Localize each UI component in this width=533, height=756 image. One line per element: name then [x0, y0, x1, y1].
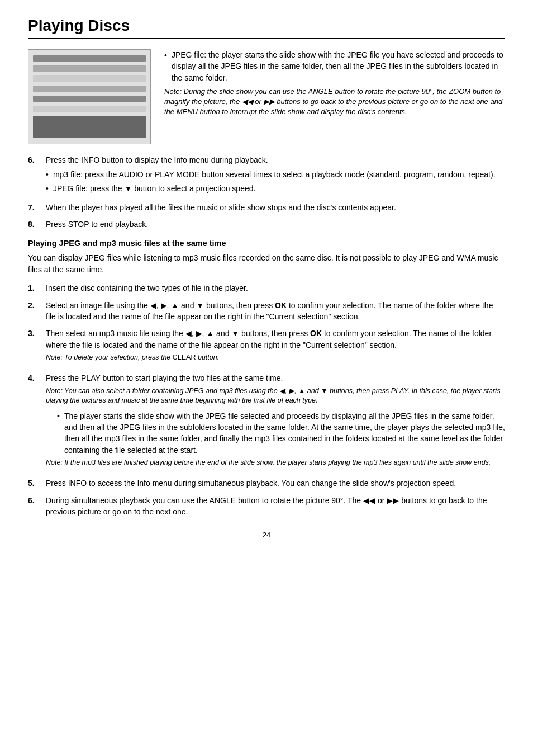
step-3: 3. Then select an mp3 music file using t…: [28, 328, 505, 367]
step-7-text: When the player has played all the files…: [46, 203, 396, 212]
section-heading: Playing JPEG and mp3 music files at the …: [28, 239, 505, 248]
step-6-sub-2: JPEG file: press the ▼ button to select …: [46, 183, 505, 194]
step-4-text: Press the PLAY button to start playing t…: [46, 374, 283, 382]
img-row-4: [33, 86, 146, 92]
next-icon: ▶▶: [264, 97, 275, 106]
step-6: 6. Press the INFO button to display the …: [28, 154, 505, 196]
page-number: 24: [28, 531, 505, 539]
step-2: 2. Select an image file using the ◀, ▶, …: [28, 300, 505, 323]
step-6b: 6. During simultaneous playback you can …: [28, 495, 505, 518]
step-6b-num: 6.: [28, 495, 40, 518]
step-5-text: Press INFO to access the Info menu durin…: [46, 479, 456, 488]
step-1-content: Insert the disc containing the two types…: [46, 282, 505, 294]
step-8: 8. Press STOP to end playback.: [28, 219, 505, 230]
note1-mid: or: [253, 97, 264, 106]
img-row-3: [33, 75, 146, 82]
steps-1-6-section: 1. Insert the disc containing the two ty…: [28, 282, 505, 517]
img-row-1: [33, 55, 146, 62]
illustration-image: [28, 49, 151, 144]
img-row-6: [33, 106, 146, 112]
step-8-num: 8.: [28, 219, 40, 230]
step-1-text: Insert the disc containing the two types…: [46, 284, 248, 292]
step-4-sub-1: The player starts the slide show with th…: [57, 410, 505, 456]
page-title: Playing Discs: [28, 17, 505, 39]
step-1-num: 1.: [28, 282, 40, 294]
step-6-text: Press the INFO button to display the Inf…: [46, 155, 268, 164]
top-bullet-list: JPEG file: the player starts the slide s…: [164, 49, 505, 83]
step-6-sub-1: mp3 file: press the AUDIO or PLAY MODE b…: [46, 169, 505, 180]
step-6-num: 6.: [28, 154, 40, 196]
step-6-content: Press the INFO button to display the Inf…: [46, 154, 505, 196]
jpeg-bullet-text: JPEG file: the player starts the slide s…: [172, 49, 505, 83]
jpeg-bullet-item: JPEG file: the player starts the slide s…: [164, 49, 505, 83]
step-2-content: Select an image file using the ◀, ▶, ▲ a…: [46, 300, 505, 323]
step-3-text: Then select an mp3 music file using the …: [46, 329, 492, 349]
step-6b-text: During simultaneous playback you can use…: [46, 496, 487, 516]
step-5-content: Press INFO to access the Info menu durin…: [46, 478, 505, 489]
step-5: 5. Press INFO to access the Info menu du…: [28, 478, 505, 489]
step-7: 7. When the player has played all the fi…: [28, 202, 505, 213]
step-4-subbullets: The player starts the slide show with th…: [57, 410, 505, 456]
steps-6-8-section: 6. Press the INFO button to display the …: [28, 154, 505, 230]
step-4-content: Press the PLAY button to start playing t…: [46, 372, 505, 472]
step-4-num: 4.: [28, 372, 40, 472]
step-4-sub-1-text: The player starts the slide show with th…: [64, 410, 505, 456]
step-6-sub-1-text: mp3 file: press the AUDIO or PLAY MODE b…: [53, 169, 496, 180]
top-section: JPEG file: the player starts the slide s…: [28, 49, 505, 144]
step-1: 1. Insert the disc containing the two ty…: [28, 282, 505, 294]
step-8-text: Press STOP to end playback.: [46, 220, 148, 229]
step-6-subbullets: mp3 file: press the AUDIO or PLAY MODE b…: [46, 169, 505, 194]
step-2-text: Select an image file using the ◀, ▶, ▲ a…: [46, 301, 493, 321]
step-7-num: 7.: [28, 202, 40, 213]
step-3-num: 3.: [28, 328, 40, 367]
top-right-content: JPEG file: the player starts the slide s…: [164, 49, 505, 144]
img-bottom-block: [33, 116, 146, 138]
step-5-num: 5.: [28, 478, 40, 489]
step-2-num: 2.: [28, 300, 40, 323]
img-row-5: [33, 96, 146, 102]
step-4: 4. Press the PLAY button to start playin…: [28, 372, 505, 472]
step-7-content: When the player has played all the files…: [46, 202, 505, 213]
step-3-note: Note: To delete your selection, press th…: [46, 353, 505, 363]
step-4-note1: Note: You can also select a folder conta…: [46, 386, 505, 406]
step-8-content: Press STOP to end playback.: [46, 219, 505, 230]
intro-paragraph: You can display JPEG files while listeni…: [28, 252, 505, 276]
step-3-content: Then select an mp3 music file using the …: [46, 328, 505, 367]
img-row-2: [33, 65, 146, 72]
step-4-note2: Note: If the mp3 files are finished play…: [46, 458, 505, 468]
note-slideshow: Note: During the slide show you can use …: [164, 87, 505, 117]
step-6b-content: During simultaneous playback you can use…: [46, 495, 505, 518]
step-6-sub-2-text: JPEG file: press the ▼ button to select …: [53, 183, 256, 194]
prev-icon: ◀◀: [242, 97, 253, 106]
